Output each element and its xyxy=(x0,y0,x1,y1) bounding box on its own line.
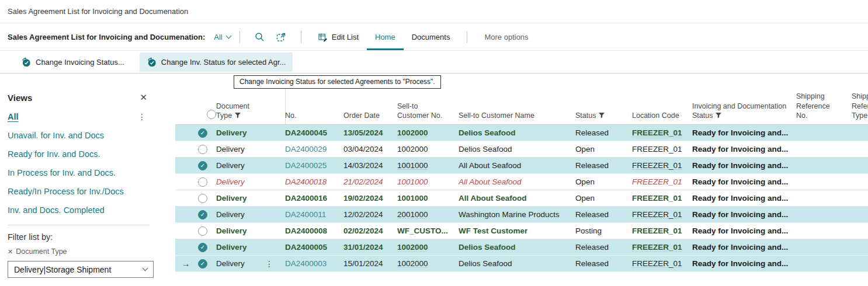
cell-document-type[interactable]: Delivery xyxy=(216,226,247,235)
close-icon[interactable]: ✕ xyxy=(140,92,147,103)
cell-sell-to-customer-no[interactable]: WF_CUSTO... xyxy=(397,226,448,235)
table-row[interactable]: → Delivery ⋮ DA2400003 15/01/2024 100200… xyxy=(175,256,868,272)
view-selector[interactable]: All xyxy=(214,24,230,50)
cell-document-type[interactable]: Delivery xyxy=(216,145,245,154)
analyze-icon xyxy=(276,32,286,42)
view-label: All xyxy=(8,112,19,121)
document-type-filter-input[interactable]: Delivery|Storage Shipment xyxy=(8,261,154,278)
row-checkbox[interactable] xyxy=(198,194,207,203)
table-row[interactable]: → Delivery ⋮ DA2400045 13/05/2024 100200… xyxy=(175,125,868,141)
cell-sell-to-customer-no[interactable]: 1002000 xyxy=(397,259,428,268)
change-inv-status-selected-button[interactable]: Change Inv. Status for selected Agr... xyxy=(140,53,293,72)
row-kebab-icon[interactable]: ⋮ xyxy=(265,259,273,268)
cell-document-type[interactable]: Delivery xyxy=(216,194,247,203)
row-checkbox[interactable] xyxy=(198,226,207,236)
sidebar-view-item-in-process-for-inv-and-docs-[interactable]: In Process for Inv. and Docs. ⋮ xyxy=(0,163,164,182)
cell-location-code[interactable]: FREEZER_01 xyxy=(632,259,682,268)
cell-status: Released xyxy=(575,259,609,268)
header-location-code[interactable]: Location Code xyxy=(632,89,692,124)
sidebar-view-item-ready-for-inv-and-docs-[interactable]: Ready for Inv. and Docs. ⋮ xyxy=(0,145,164,163)
header-sell-to-customer-no[interactable]: Sell-to Customer No. xyxy=(397,89,459,124)
analyze-button[interactable] xyxy=(270,24,292,50)
cell-location-code[interactable]: FREEZER_01 xyxy=(632,145,682,154)
tab-home[interactable]: Home xyxy=(367,24,404,50)
cell-document-type[interactable]: Delivery xyxy=(216,259,245,268)
row-checkbox[interactable] xyxy=(198,145,207,154)
table-row[interactable]: → Delivery ⋮ DA2400029 03/04/2024 100200… xyxy=(175,141,868,158)
cell-sell-to-customer-no[interactable]: 1002000 xyxy=(397,243,428,252)
cell-no[interactable]: DA2400011 xyxy=(285,210,326,219)
header-sell-to-customer-name[interactable]: Sell-to Customer Name xyxy=(459,89,575,124)
cell-location-code[interactable]: FREEZER_01 xyxy=(632,161,682,170)
header-shipping-reference-type[interactable]: Shipping Reference Type xyxy=(852,89,868,124)
clear-filter-icon[interactable]: ✕ xyxy=(8,248,13,256)
cell-no[interactable]: DA2400045 xyxy=(285,128,327,137)
more-options-button[interactable]: More options xyxy=(476,24,536,50)
row-checkbox[interactable] xyxy=(198,259,207,268)
edit-list-button[interactable]: Edit List xyxy=(310,24,367,50)
cell-sell-to-customer-no[interactable]: 2001000 xyxy=(397,210,428,219)
cell-invoicing-status: Ready for Invoicing and... xyxy=(692,161,788,170)
header-status[interactable]: Status xyxy=(575,89,632,124)
cell-document-type[interactable]: Delivery xyxy=(216,177,245,186)
kebab-icon[interactable]: ⋮ xyxy=(138,112,146,121)
cell-location-code[interactable]: FREEZER_01 xyxy=(632,177,682,186)
row-checkbox[interactable] xyxy=(198,177,207,187)
cell-no[interactable]: DA2400008 xyxy=(285,226,327,235)
cell-no[interactable]: DA2400029 xyxy=(285,145,327,154)
cell-location-code[interactable]: FREEZER_01 xyxy=(632,194,682,203)
cell-sell-to-customer-no[interactable]: 1002000 xyxy=(397,128,428,137)
row-checkbox[interactable] xyxy=(198,243,207,252)
cell-document-type[interactable]: Delivery xyxy=(216,128,247,137)
header-invoicing-status[interactable]: Invoicing and Documentation Status xyxy=(692,89,796,124)
cell-sell-to-customer-no[interactable]: 1001000 xyxy=(397,161,428,170)
business-central-page: Sales Agreement List for Invoicing and D… xyxy=(0,0,868,286)
sidebar-view-item-unavail-for-inv-and-docs[interactable]: Unavail. for Inv. and Docs ⋮ xyxy=(0,126,164,145)
cell-location-code[interactable]: FREEZER_01 xyxy=(632,243,682,252)
cell-document-type[interactable]: Delivery xyxy=(216,243,247,252)
table-row[interactable]: → Delivery ⋮ DA2400005 31/01/2024 100200… xyxy=(175,239,868,256)
search-icon xyxy=(255,32,265,42)
cell-sell-to-customer-no[interactable]: 1001000 xyxy=(397,177,428,186)
sidebar-view-item-all[interactable]: All ⋮ xyxy=(0,107,164,126)
row-checkbox[interactable] xyxy=(198,210,207,219)
cell-sell-to-customer-no[interactable]: 1001000 xyxy=(397,194,428,203)
table-row[interactable]: → Delivery ⋮ DA2400025 14/03/2024 100100… xyxy=(175,158,868,174)
search-button[interactable] xyxy=(249,24,270,50)
cell-no[interactable]: DA2400005 xyxy=(285,243,327,252)
table-row[interactable]: → Delivery ⋮ DA2400011 12/02/2024 200100… xyxy=(175,207,868,223)
cell-no[interactable]: DA2400016 xyxy=(285,194,327,203)
cell-status: Released xyxy=(575,161,609,170)
tab-documents[interactable]: Documents xyxy=(404,24,459,50)
row-checkbox[interactable] xyxy=(198,161,207,170)
cell-location-code[interactable]: FREEZER_01 xyxy=(632,128,682,137)
table-row[interactable]: → Delivery ⋮ DA2400016 19/02/2024 100100… xyxy=(175,190,868,207)
select-all-checkbox[interactable] xyxy=(196,89,216,124)
cell-no[interactable]: DA2400018 xyxy=(285,177,327,186)
action-bar: Change Invoicing Status... Change Inv. S… xyxy=(0,51,868,74)
cell-no[interactable]: DA2400025 xyxy=(285,161,327,170)
cell-document-type[interactable]: Delivery xyxy=(216,161,245,170)
table-row[interactable]: → Delivery ⋮ DA2400008 02/02/2024 WF_CUS… xyxy=(175,223,868,239)
header-no[interactable]: No. xyxy=(285,89,343,124)
change-invoicing-status-button[interactable]: Change Invoicing Status... xyxy=(14,53,131,72)
table-row[interactable]: → Delivery ⋮ DA2400018 21/02/2024 100100… xyxy=(175,174,868,190)
header-document-type[interactable]: Document Type xyxy=(216,89,286,124)
filter-section-title: Filter list by: xyxy=(8,232,164,242)
edit-list-icon xyxy=(318,33,328,42)
cell-document-type[interactable]: Delivery xyxy=(216,210,245,219)
cell-order-date: 13/05/2024 xyxy=(343,128,383,137)
ribbon: Sales Agreement List for Invoicing and D… xyxy=(0,24,868,51)
row-checkbox[interactable] xyxy=(198,128,207,138)
cell-status: Open xyxy=(575,145,595,154)
cell-location-code[interactable]: FREEZER_01 xyxy=(632,226,682,235)
cell-no[interactable]: DA2400003 xyxy=(285,259,327,268)
cell-status: Open xyxy=(575,194,595,203)
cell-sell-to-customer-no[interactable]: 1002000 xyxy=(397,145,428,154)
sidebar-view-item-inv-and-docs-completed[interactable]: Inv. and Docs. Completed ⋮ xyxy=(0,201,164,219)
header-order-date[interactable]: Order Date xyxy=(343,89,397,124)
header-shipping-reference-no[interactable]: Shipping Reference No. xyxy=(796,89,852,124)
chevron-down-icon xyxy=(143,266,148,271)
sidebar-view-item-ready-in-process-for-inv-docs[interactable]: Ready/In Process for Inv./Docs ⋮ xyxy=(0,182,164,201)
cell-location-code[interactable]: FREEZER_01 xyxy=(632,210,682,219)
